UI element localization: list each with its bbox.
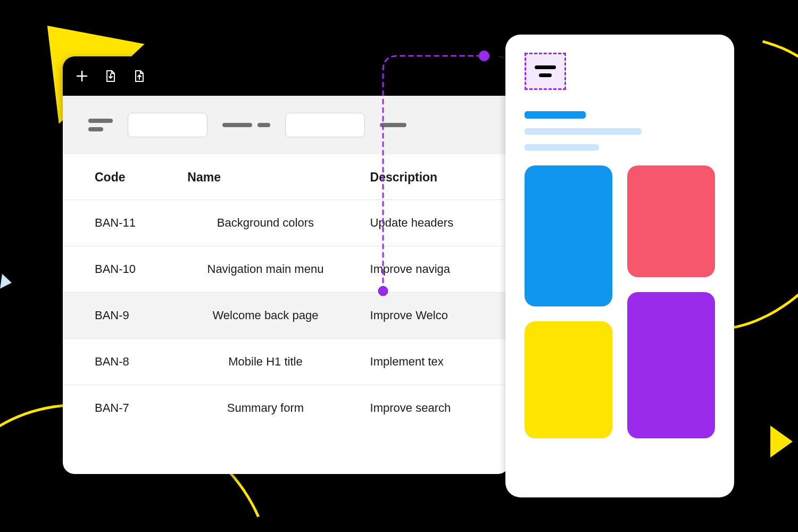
filter-label-icon-2 xyxy=(222,123,270,127)
col-header-code[interactable]: Code xyxy=(63,154,182,200)
col-header-name[interactable]: Name xyxy=(182,154,348,200)
import-icon[interactable] xyxy=(104,69,117,83)
cell-name: Mobile H1 title xyxy=(182,339,348,385)
cell-code: BAN-9 xyxy=(63,293,182,339)
cell-description: Update headers xyxy=(349,200,510,246)
tile-purple[interactable] xyxy=(627,292,715,438)
cell-code: BAN-11 xyxy=(63,200,182,246)
cell-name: Background colors xyxy=(182,200,348,246)
filter-label-icon xyxy=(88,119,113,131)
cell-name: Summary form xyxy=(182,385,348,431)
tile-blue[interactable] xyxy=(525,165,612,306)
table-header-row: Code Name Description xyxy=(63,154,510,200)
cell-description: Improve search xyxy=(349,385,510,431)
cell-code: BAN-8 xyxy=(63,339,182,385)
plus-icon[interactable] xyxy=(76,70,88,82)
table-row[interactable]: BAN-11Background colorsUpdate headers xyxy=(63,200,510,246)
filter-label-icon-3 xyxy=(380,123,406,127)
tile-pink[interactable] xyxy=(627,165,715,277)
filter-input-2[interactable] xyxy=(285,113,365,137)
detail-card-drag-handle[interactable] xyxy=(525,53,566,90)
play-decor-small-left xyxy=(0,274,13,290)
cell-name: Welcome back page xyxy=(182,293,348,339)
ticket-table: Code Name Description BAN-11Background c… xyxy=(63,154,510,474)
triangle-decor-bottom-right xyxy=(770,426,793,458)
list-window: Code Name Description BAN-11Background c… xyxy=(63,56,510,474)
col-header-description[interactable]: Description xyxy=(349,154,510,200)
detail-card-text-placeholder xyxy=(525,111,715,151)
cell-code: BAN-10 xyxy=(63,246,182,293)
cell-name: Navigation main menu xyxy=(182,246,348,293)
detail-card-tiles xyxy=(525,165,715,438)
cell-description: Implement tex xyxy=(349,339,510,385)
table-row[interactable]: BAN-9Welcome back pageImprove Welco xyxy=(63,293,510,339)
cell-description: Improve naviga xyxy=(349,246,510,293)
cell-code: BAN-7 xyxy=(63,385,182,431)
tile-yellow[interactable] xyxy=(525,321,612,438)
detail-card xyxy=(505,35,734,497)
table-row[interactable]: BAN-10Navigation main menuImprove naviga xyxy=(63,246,510,293)
export-icon[interactable] xyxy=(133,69,146,83)
table-row[interactable]: BAN-7Summary formImprove search xyxy=(63,385,510,431)
filter-bar xyxy=(63,96,510,154)
cell-description: Improve Welco xyxy=(349,293,510,339)
table-row[interactable]: BAN-8Mobile H1 titleImplement tex xyxy=(63,339,510,385)
filter-input-1[interactable] xyxy=(128,113,207,137)
list-window-titlebar xyxy=(63,56,510,96)
